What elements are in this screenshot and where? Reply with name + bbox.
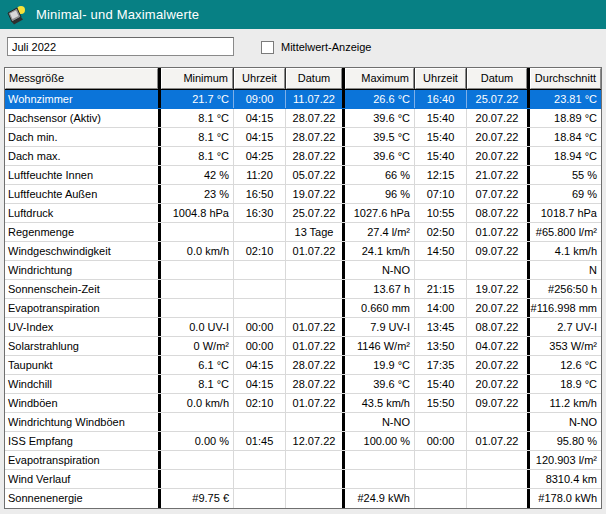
cell-messgroesse: Sonnenenergie [5, 489, 158, 508]
cell-uhrzeit-min [234, 280, 285, 298]
cell-durchschnitt: #65.800 l/m² [530, 223, 601, 241]
cell-uhrzeit-min: 09:00 [234, 90, 285, 108]
table-row[interactable]: ISS Empfang0.00 %01:4512.07.22100.00 %00… [5, 432, 601, 451]
cell-messgroesse: Dachsensor (Aktiv) [5, 109, 158, 127]
cell-datum-max: 08.07.22 [467, 318, 527, 336]
cell-maximum: 7.9 UV-I [345, 318, 414, 336]
cell-minimum: 8.1 °C [161, 147, 233, 165]
cell-messgroesse: Sonnenschein-Zeit [5, 280, 158, 298]
header-cell-messgroesse[interactable]: Messgröße [5, 68, 158, 89]
cell-messgroesse: UV-Index [5, 318, 158, 336]
header-cell-uhrzeit-max[interactable]: Uhrzeit [415, 68, 466, 89]
cell-minimum: 0.00 % [161, 432, 233, 450]
header-cell-minimum[interactable]: Minimum [161, 68, 233, 89]
cell-uhrzeit-max: 07:10 [415, 185, 466, 203]
cell-minimum: 0.0 km/h [161, 394, 233, 412]
period-input[interactable] [7, 37, 234, 56]
cell-messgroesse: Wind Verlauf [5, 470, 158, 488]
cell-durchschnitt: 120.903 l/m² [530, 451, 601, 469]
table-row[interactable]: Solarstrahlung0 W/m²00:0001.07.221146 W/… [5, 337, 601, 356]
table-row[interactable]: Luftdruck1004.8 hPa16:3025.07.221027.6 h… [5, 204, 601, 223]
cell-uhrzeit-max [415, 451, 466, 469]
cell-durchschnitt: 18.89 °C [530, 109, 601, 127]
cell-durchschnitt: 23.81 °C [530, 90, 601, 108]
cell-maximum: N-NO [345, 413, 414, 431]
mittelwert-checkbox-row[interactable]: Mittelwert-Anzeige [261, 40, 371, 54]
table-row[interactable]: Taupunkt6.1 °C04:1528.07.2219.9 °C17:352… [5, 356, 601, 375]
table-row[interactable]: UV-Index0.0 UV-I00:0001.07.227.9 UV-I13:… [5, 318, 601, 337]
table-row[interactable]: Dach min.8.1 °C04:1528.07.2239.5 °C15:40… [5, 128, 601, 147]
table-row[interactable]: Luftfeuchte Innen42 %11:2005.07.2266 %12… [5, 166, 601, 185]
table-row[interactable]: Evapotranspiration0.660 mm14:0020.07.22#… [5, 299, 601, 318]
cell-datum-min: 05.07.22 [286, 166, 342, 184]
table-row[interactable]: Dachsensor (Aktiv)8.1 °C04:1528.07.2239.… [5, 109, 601, 128]
cell-durchschnitt: 69 % [530, 185, 601, 203]
cell-datum-max: 04.07.22 [467, 337, 527, 355]
cell-datum-max: 08.07.22 [467, 204, 527, 222]
cell-datum-min: 12.07.22 [286, 432, 342, 450]
header-cell-datum-max[interactable]: Datum [467, 68, 527, 89]
cell-messgroesse: Windrichtung [5, 261, 158, 279]
cell-datum-min: 28.07.22 [286, 356, 342, 374]
cell-datum-min [286, 413, 342, 431]
cell-uhrzeit-max: 15:40 [415, 109, 466, 127]
cell-datum-min [286, 451, 342, 469]
cell-datum-max [467, 413, 527, 431]
cell-durchschnitt: 18.84 °C [530, 128, 601, 146]
cell-durchschnitt: 12.6 °C [530, 356, 601, 374]
cell-messgroesse: Luftdruck [5, 204, 158, 222]
cell-messgroesse: ISS Empfang [5, 432, 158, 450]
table-row[interactable]: Windrichtung WindböenN-NON-NO [5, 413, 601, 432]
cell-uhrzeit-max [415, 413, 466, 431]
cell-minimum: 23 % [161, 185, 233, 203]
cell-datum-max: 19.07.22 [467, 280, 527, 298]
cell-datum-max [467, 489, 527, 508]
cell-uhrzeit-min [234, 261, 285, 279]
table-row[interactable]: Dach max.8.1 °C04:2528.07.2239.6 °C15:40… [5, 147, 601, 166]
cell-datum-min: 01.07.22 [286, 318, 342, 336]
cell-messgroesse: Regenmenge [5, 223, 158, 241]
table-row[interactable]: Windgeschwindigkeit0.0 km/h02:1001.07.22… [5, 242, 601, 261]
table-row[interactable]: Sonnenschein-Zeit13.67 h21:1519.07.22#25… [5, 280, 601, 299]
table-row[interactable]: WindrichtungN-NON [5, 261, 601, 280]
cell-messgroesse: Dach min. [5, 128, 158, 146]
table-row[interactable]: Wohnzimmer21.7 °C09:0011.07.2226.6 °C16:… [5, 90, 601, 109]
table-row[interactable]: Windchill8.1 °C04:1528.07.2239.6 °C15:40… [5, 375, 601, 394]
cell-durchschnitt: 18.9 °C [530, 375, 601, 393]
table-row[interactable]: Windböen0.0 km/h02:1001.07.2243.5 km/h15… [5, 394, 601, 413]
cell-minimum: 42 % [161, 166, 233, 184]
table-row[interactable]: Luftfeuchte Außen23 %16:5019.07.2296 %07… [5, 185, 601, 204]
header-cell-durchschnitt[interactable]: Durchschnitt [530, 68, 601, 89]
cell-uhrzeit-min: 04:15 [234, 375, 285, 393]
cell-uhrzeit-max: 15:50 [415, 394, 466, 412]
cell-uhrzeit-max: 02:50 [415, 223, 466, 241]
cell-uhrzeit-min: 02:10 [234, 394, 285, 412]
titlebar[interactable]: Minimal- und Maximalwerte [0, 0, 606, 29]
table-row[interactable]: Regenmenge13 Tage27.4 l/m²02:5001.07.22#… [5, 223, 601, 242]
cell-datum-max: 20.07.22 [467, 147, 527, 165]
cell-minimum [161, 451, 233, 469]
cell-messgroesse: Evapotranspiration [5, 451, 158, 469]
cell-uhrzeit-min: 04:15 [234, 109, 285, 127]
mittelwert-checkbox[interactable] [261, 41, 274, 54]
cell-uhrzeit-max: 14:00 [415, 299, 466, 317]
cell-uhrzeit-max: 15:40 [415, 128, 466, 146]
cell-uhrzeit-max: 14:50 [415, 242, 466, 260]
cell-datum-max: 20.07.22 [467, 356, 527, 374]
header-cell-datum-min[interactable]: Datum [286, 68, 342, 89]
cell-datum-max: 20.07.22 [467, 128, 527, 146]
cell-maximum: 0.660 mm [345, 299, 414, 317]
weather-station-icon [7, 5, 27, 25]
header-cell-maximum[interactable]: Maximum [345, 68, 414, 89]
table-row[interactable]: Evapotranspiration120.903 l/m² [5, 451, 601, 470]
cell-datum-max [467, 451, 527, 469]
table-row[interactable]: Wind Verlauf8310.4 km [5, 470, 601, 489]
cell-datum-max: 09.07.22 [467, 242, 527, 260]
cell-durchschnitt: #256:50 h [530, 280, 601, 298]
table-row[interactable]: Sonnenenergie#9.75 €#24.9 kWh#178.0 kWh [5, 489, 601, 508]
cell-datum-min [286, 280, 342, 298]
cell-maximum: N-NO [345, 261, 414, 279]
cell-datum-min: 13 Tage [286, 223, 342, 241]
header-cell-uhrzeit-min[interactable]: Uhrzeit [234, 68, 285, 89]
cell-maximum: 26.6 °C [345, 90, 414, 108]
